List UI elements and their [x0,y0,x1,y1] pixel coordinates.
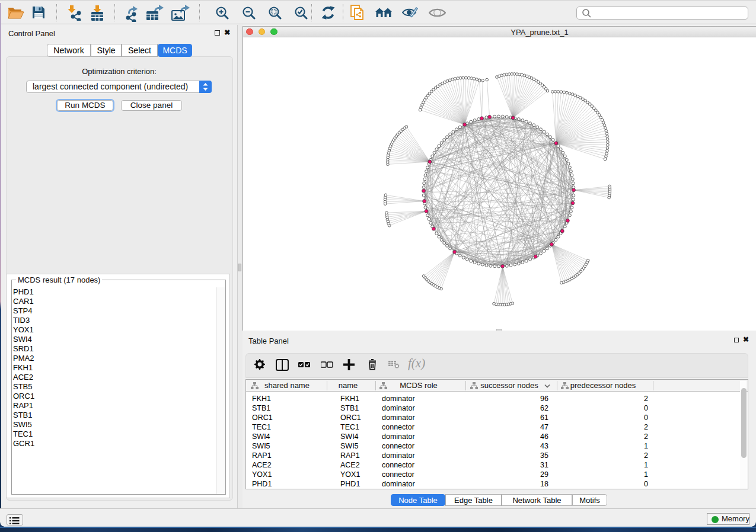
svg-text:f(x): f(x) [408,358,425,370]
